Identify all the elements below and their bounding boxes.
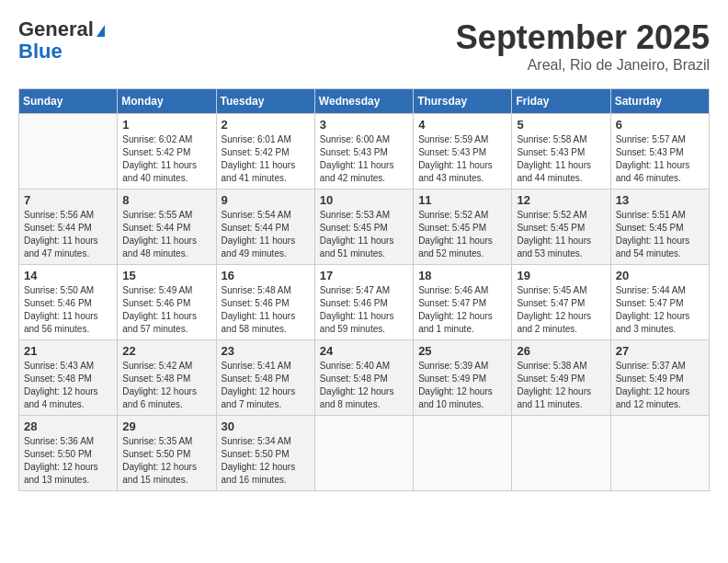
calendar-day-header: Wednesday <box>314 89 413 114</box>
location-text: Areal, Rio de Janeiro, Brazil <box>456 57 710 74</box>
calendar-cell: 13Sunrise: 5:51 AM Sunset: 5:45 PM Dayli… <box>610 190 709 265</box>
day-info: Sunrise: 5:37 AM Sunset: 5:49 PM Dayligh… <box>616 360 704 411</box>
calendar-cell: 27Sunrise: 5:37 AM Sunset: 5:49 PM Dayli… <box>610 340 709 416</box>
calendar-week-row: 21Sunrise: 5:43 AM Sunset: 5:48 PM Dayli… <box>19 340 710 416</box>
calendar-cell: 24Sunrise: 5:40 AM Sunset: 5:48 PM Dayli… <box>314 340 413 416</box>
day-number: 23 <box>222 344 310 358</box>
day-number: 12 <box>517 193 605 207</box>
calendar-cell: 11Sunrise: 5:52 AM Sunset: 5:45 PM Dayli… <box>414 190 512 265</box>
calendar-week-row: 1Sunrise: 6:02 AM Sunset: 5:42 PM Daylig… <box>19 114 710 190</box>
calendar-cell: 16Sunrise: 5:48 AM Sunset: 5:46 PM Dayli… <box>216 265 314 340</box>
day-info: Sunrise: 5:40 AM Sunset: 5:48 PM Dayligh… <box>320 360 408 411</box>
day-number: 26 <box>517 344 605 358</box>
day-number: 14 <box>24 269 112 282</box>
calendar-cell: 6Sunrise: 5:57 AM Sunset: 5:43 PM Daylig… <box>610 114 709 190</box>
calendar-day-header: Tuesday <box>216 89 314 114</box>
day-info: Sunrise: 6:02 AM Sunset: 5:42 PM Dayligh… <box>122 133 210 185</box>
calendar-day-header: Thursday <box>414 89 512 114</box>
calendar-day-header: Friday <box>512 89 610 114</box>
calendar-cell: 14Sunrise: 5:50 AM Sunset: 5:46 PM Dayli… <box>19 265 118 340</box>
day-info: Sunrise: 5:43 AM Sunset: 5:48 PM Dayligh… <box>24 360 112 411</box>
day-number: 7 <box>24 193 112 207</box>
day-info: Sunrise: 5:58 AM Sunset: 5:43 PM Dayligh… <box>517 133 605 185</box>
calendar-day-header: Monday <box>118 89 216 114</box>
calendar-cell <box>512 416 610 491</box>
day-info: Sunrise: 5:41 AM Sunset: 5:48 PM Dayligh… <box>222 360 310 411</box>
calendar-cell <box>414 416 512 491</box>
day-info: Sunrise: 5:46 AM Sunset: 5:47 PM Dayligh… <box>418 284 506 336</box>
calendar-cell: 17Sunrise: 5:47 AM Sunset: 5:46 PM Dayli… <box>314 265 413 340</box>
calendar-cell <box>610 416 709 491</box>
day-info: Sunrise: 5:38 AM Sunset: 5:49 PM Dayligh… <box>517 360 605 411</box>
calendar-cell: 20Sunrise: 5:44 AM Sunset: 5:47 PM Dayli… <box>610 265 709 340</box>
logo-blue-text: Blue <box>18 40 105 63</box>
day-info: Sunrise: 5:57 AM Sunset: 5:43 PM Dayligh… <box>616 133 704 185</box>
day-info: Sunrise: 5:42 AM Sunset: 5:48 PM Dayligh… <box>122 360 210 411</box>
title-area: September 2025 Areal, Rio de Janeiro, Br… <box>456 18 710 74</box>
calendar-header-row: SundayMondayTuesdayWednesdayThursdayFrid… <box>19 89 710 114</box>
calendar-day-header: Saturday <box>610 89 709 114</box>
calendar-cell: 9Sunrise: 5:54 AM Sunset: 5:44 PM Daylig… <box>216 190 314 265</box>
day-info: Sunrise: 5:50 AM Sunset: 5:46 PM Dayligh… <box>24 284 112 336</box>
day-info: Sunrise: 5:52 AM Sunset: 5:45 PM Dayligh… <box>418 209 506 260</box>
day-number: 1 <box>122 118 210 132</box>
day-number: 22 <box>122 344 210 358</box>
day-number: 30 <box>222 419 310 433</box>
calendar-cell: 10Sunrise: 5:53 AM Sunset: 5:45 PM Dayli… <box>314 190 413 265</box>
day-number: 3 <box>320 118 408 132</box>
day-number: 27 <box>616 344 704 358</box>
day-info: Sunrise: 5:59 AM Sunset: 5:43 PM Dayligh… <box>418 133 506 185</box>
day-info: Sunrise: 5:39 AM Sunset: 5:49 PM Dayligh… <box>418 360 506 411</box>
day-info: Sunrise: 5:52 AM Sunset: 5:45 PM Dayligh… <box>517 209 605 260</box>
calendar-cell <box>314 416 413 491</box>
day-info: Sunrise: 5:53 AM Sunset: 5:45 PM Dayligh… <box>320 209 408 260</box>
calendar-cell: 21Sunrise: 5:43 AM Sunset: 5:48 PM Dayli… <box>19 340 118 416</box>
day-number: 10 <box>320 193 408 207</box>
day-info: Sunrise: 5:36 AM Sunset: 5:50 PM Dayligh… <box>24 435 112 487</box>
calendar-cell: 5Sunrise: 5:58 AM Sunset: 5:43 PM Daylig… <box>512 114 610 190</box>
day-number: 11 <box>418 193 506 207</box>
day-number: 18 <box>418 269 506 282</box>
day-info: Sunrise: 6:00 AM Sunset: 5:43 PM Dayligh… <box>320 133 408 185</box>
day-number: 19 <box>517 269 605 282</box>
page-header: General Blue September 2025 Areal, Rio d… <box>18 18 710 74</box>
day-number: 28 <box>24 419 112 433</box>
logo: General Blue <box>18 18 105 63</box>
day-number: 17 <box>320 269 408 282</box>
calendar-cell: 26Sunrise: 5:38 AM Sunset: 5:49 PM Dayli… <box>512 340 610 416</box>
day-info: Sunrise: 5:56 AM Sunset: 5:44 PM Dayligh… <box>24 209 112 260</box>
calendar-week-row: 7Sunrise: 5:56 AM Sunset: 5:44 PM Daylig… <box>19 190 710 265</box>
calendar-table: SundayMondayTuesdayWednesdayThursdayFrid… <box>18 88 710 491</box>
calendar-cell: 15Sunrise: 5:49 AM Sunset: 5:46 PM Dayli… <box>118 265 216 340</box>
calendar-cell: 1Sunrise: 6:02 AM Sunset: 5:42 PM Daylig… <box>118 114 216 190</box>
day-number: 24 <box>320 344 408 358</box>
calendar-cell: 2Sunrise: 6:01 AM Sunset: 5:42 PM Daylig… <box>216 114 314 190</box>
day-number: 5 <box>517 118 605 132</box>
calendar-cell: 12Sunrise: 5:52 AM Sunset: 5:45 PM Dayli… <box>512 190 610 265</box>
day-info: Sunrise: 5:47 AM Sunset: 5:46 PM Dayligh… <box>320 284 408 336</box>
calendar-cell: 22Sunrise: 5:42 AM Sunset: 5:48 PM Dayli… <box>118 340 216 416</box>
day-number: 9 <box>222 193 310 207</box>
day-info: Sunrise: 5:35 AM Sunset: 5:50 PM Dayligh… <box>122 435 210 487</box>
calendar-cell: 23Sunrise: 5:41 AM Sunset: 5:48 PM Dayli… <box>216 340 314 416</box>
calendar-week-row: 14Sunrise: 5:50 AM Sunset: 5:46 PM Dayli… <box>19 265 710 340</box>
day-number: 13 <box>616 193 704 207</box>
calendar-week-row: 28Sunrise: 5:36 AM Sunset: 5:50 PM Dayli… <box>19 416 710 491</box>
calendar-cell <box>19 114 118 190</box>
day-number: 15 <box>122 269 210 282</box>
day-number: 8 <box>122 193 210 207</box>
calendar-cell: 19Sunrise: 5:45 AM Sunset: 5:47 PM Dayli… <box>512 265 610 340</box>
day-number: 16 <box>222 269 310 282</box>
day-info: Sunrise: 5:48 AM Sunset: 5:46 PM Dayligh… <box>222 284 310 336</box>
day-number: 6 <box>616 118 704 132</box>
day-number: 20 <box>616 269 704 282</box>
month-title: September 2025 <box>456 18 710 57</box>
day-info: Sunrise: 6:01 AM Sunset: 5:42 PM Dayligh… <box>222 133 310 185</box>
logo-general-text: General <box>18 17 94 40</box>
day-number: 4 <box>418 118 506 132</box>
day-number: 21 <box>24 344 112 358</box>
calendar-cell: 8Sunrise: 5:55 AM Sunset: 5:44 PM Daylig… <box>118 190 216 265</box>
day-info: Sunrise: 5:44 AM Sunset: 5:47 PM Dayligh… <box>616 284 704 336</box>
calendar-cell: 7Sunrise: 5:56 AM Sunset: 5:44 PM Daylig… <box>19 190 118 265</box>
day-number: 29 <box>122 419 210 433</box>
